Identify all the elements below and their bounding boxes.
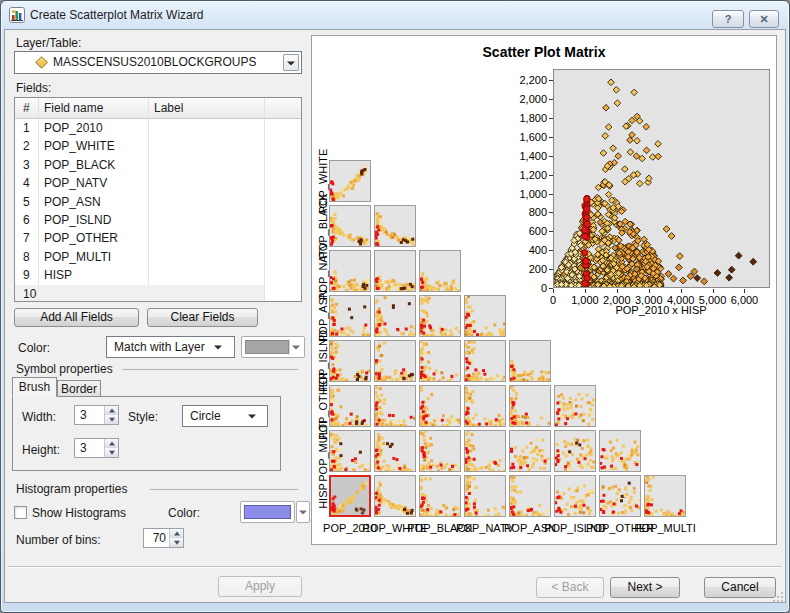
matrix-cell-canvas	[330, 431, 370, 471]
matrix-cell-canvas	[600, 476, 640, 516]
matrix-cell-POP_MULTI-x-POP_NATV[interactable]	[464, 430, 506, 472]
row-num: 6	[23, 213, 30, 227]
show-histograms-checkbox[interactable]	[14, 506, 27, 519]
stepper-up-icon[interactable]	[105, 439, 118, 448]
histogram-properties-header: Histogram properties	[16, 482, 127, 496]
matrix-cell-POP_BLACK-x-POP_WHITE[interactable]	[374, 205, 416, 247]
matrix-cell-POP_MULTI-x-POP_ASN[interactable]	[509, 430, 551, 472]
matrix-cell-POP_OTHER-x-POP_ISLND[interactable]	[554, 385, 596, 427]
matrix-cell-POP_MULTI-x-POP_ISLND[interactable]	[554, 430, 596, 472]
row-field-name: POP_BLACK	[44, 158, 115, 172]
bins-stepper[interactable]: 70	[143, 528, 184, 548]
row-num: 9	[23, 268, 30, 282]
table-row[interactable]: 4POP_NATV	[15, 174, 301, 192]
matrix-cell-POP_MULTI-x-POP_WHITE[interactable]	[374, 430, 416, 472]
matrix-cell-HISP-x-POP_2010[interactable]	[329, 475, 371, 517]
matrix-cell-POP_NATV-x-POP_2010[interactable]	[329, 250, 371, 292]
title-bar[interactable]: Create Scatterplot Matrix Wizard ? ✕	[0, 0, 790, 29]
height-stepper[interactable]: 3	[74, 438, 119, 458]
matrix-cell-POP_NATV-x-POP_BLACK[interactable]	[419, 250, 461, 292]
matrix-cell-POP_ISLND-x-POP_NATV[interactable]	[464, 340, 506, 382]
table-row[interactable]: 1POP_2010	[15, 119, 301, 137]
back-button[interactable]: < Back	[536, 577, 604, 598]
table-row[interactable]: 8POP_MULTI	[15, 248, 301, 266]
matrix-cell-HISP-x-POP_ASN[interactable]	[509, 475, 551, 517]
matrix-cell-POP_MULTI-x-POP_OTHER[interactable]	[599, 430, 641, 472]
matrix-cell-HISP-x-POP_WHITE[interactable]	[374, 475, 416, 517]
matrix-cell-POP_OTHER-x-POP_BLACK[interactable]	[419, 385, 461, 427]
matrix-cell-POP_NATV-x-POP_WHITE[interactable]	[374, 250, 416, 292]
style-dropdown[interactable]: Circle	[182, 405, 268, 427]
close-button[interactable]: ✕	[749, 10, 779, 28]
table-row[interactable]: 6POP_ISLND	[15, 211, 301, 229]
add-all-fields-button[interactable]: Add All Fields	[14, 308, 139, 327]
matrix-cell-POP_BLACK-x-POP_2010[interactable]	[329, 205, 371, 247]
x-tick	[681, 289, 682, 293]
y-tick-label: 1,200	[507, 169, 547, 181]
matrix-cell-POP_ISLND-x-POP_WHITE[interactable]	[374, 340, 416, 382]
layer-color-swatch[interactable]	[241, 336, 305, 358]
clear-fields-button[interactable]: Clear Fields	[147, 308, 258, 327]
matrix-cell-POP_MULTI-x-POP_2010[interactable]	[329, 430, 371, 472]
matrix-cell-canvas	[330, 341, 370, 381]
matrix-cell-canvas	[600, 431, 640, 471]
cancel-button[interactable]: Cancel	[704, 577, 776, 598]
matrix-cell-POP_ISLND-x-POP_2010[interactable]	[329, 340, 371, 382]
matrix-cell-POP_WHITE-x-POP_2010[interactable]	[329, 160, 371, 202]
width-stepper[interactable]: 3	[74, 405, 119, 425]
tab-border[interactable]: Border	[57, 380, 101, 397]
matrix-cell-POP_ASN-x-POP_2010[interactable]	[329, 295, 371, 337]
x-tick-label: 0	[550, 294, 556, 306]
tab-brush[interactable]: Brush	[12, 377, 57, 397]
table-row[interactable]: 7POP_OTHER	[15, 229, 301, 247]
color-mode-value: Match with Layer	[114, 340, 205, 354]
matrix-row-label: POP_MULTI	[317, 420, 329, 482]
stepper-up-icon[interactable]	[105, 406, 118, 415]
matrix-cell-POP_OTHER-x-POP_WHITE[interactable]	[374, 385, 416, 427]
apply-button[interactable]: Apply	[218, 576, 302, 597]
resize-grip[interactable]	[772, 591, 784, 603]
matrix-cell-HISP-x-POP_ISLND[interactable]	[554, 475, 596, 517]
layer-table-dropdown-arrow[interactable]	[283, 54, 299, 71]
next-button[interactable]: Next >	[610, 577, 680, 598]
matrix-cell-HISP-x-POP_BLACK[interactable]	[419, 475, 461, 517]
y-tick-label: 1,600	[507, 131, 547, 143]
layer-color-dropdown-arrow[interactable]	[289, 339, 302, 355]
matrix-cell-canvas	[375, 206, 415, 246]
stepper-down-icon[interactable]	[105, 448, 118, 457]
matrix-cell-POP_OTHER-x-POP_ASN[interactable]	[509, 385, 551, 427]
matrix-cell-POP_ASN-x-POP_BLACK[interactable]	[419, 295, 461, 337]
table-row[interactable]: 2POP_WHITE	[15, 137, 301, 155]
help-button[interactable]: ?	[712, 10, 744, 28]
chevron-down-icon	[248, 415, 256, 419]
row-num: 2	[23, 139, 30, 153]
matrix-cell-HISP-x-POP_MULTI[interactable]	[644, 475, 686, 517]
table-row[interactable]: 10	[15, 285, 301, 302]
fields-table[interactable]: # Field name Label 1POP_20102POP_WHITE3P…	[14, 97, 302, 302]
matrix-cell-canvas	[465, 341, 505, 381]
matrix-cell-POP_ISLND-x-POP_ASN[interactable]	[509, 340, 551, 382]
table-row[interactable]: 9HISP	[15, 266, 301, 284]
y-tick	[549, 231, 553, 232]
matrix-cell-POP_ASN-x-POP_NATV[interactable]	[464, 295, 506, 337]
table-row[interactable]: 3POP_BLACK	[15, 156, 301, 174]
matrix-cell-HISP-x-POP_NATV[interactable]	[464, 475, 506, 517]
histogram-color-swatch[interactable]	[240, 501, 295, 523]
layer-table-dropdown[interactable]: MASSCENSUS2010BLOCKGROUPS	[14, 51, 302, 74]
table-row[interactable]: 5POP_ASN	[15, 193, 301, 211]
color-mode-dropdown[interactable]: Match with Layer	[106, 336, 235, 358]
matrix-cell-canvas	[420, 341, 460, 381]
stepper-up-icon[interactable]	[170, 529, 183, 538]
matrix-cell-POP_OTHER-x-POP_2010[interactable]	[329, 385, 371, 427]
histogram-color-dropdown-arrow[interactable]	[296, 501, 310, 523]
matrix-cell-POP_OTHER-x-POP_NATV[interactable]	[464, 385, 506, 427]
row-field-name: POP_OTHER	[44, 231, 118, 245]
matrix-cell-POP_ISLND-x-POP_BLACK[interactable]	[419, 340, 461, 382]
matrix-cell-POP_MULTI-x-POP_BLACK[interactable]	[419, 430, 461, 472]
matrix-cell-POP_ASN-x-POP_WHITE[interactable]	[374, 295, 416, 337]
color-mode-label: Color:	[18, 341, 50, 355]
matrix-cell-HISP-x-POP_OTHER[interactable]	[599, 475, 641, 517]
stepper-down-icon[interactable]	[170, 538, 183, 547]
stepper-down-icon[interactable]	[105, 415, 118, 424]
y-tick	[549, 269, 553, 270]
